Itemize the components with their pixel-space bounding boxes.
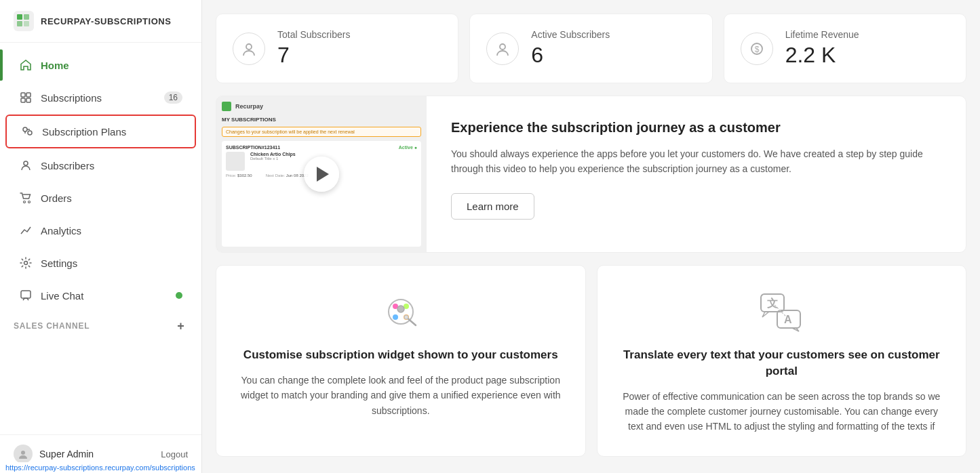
svg-point-26 (393, 314, 398, 320)
svg-rect-4 (24, 21, 29, 26)
widget-customise-title: Customise subscription widget shown to y… (243, 347, 558, 363)
sidebar-item-subscriptions-label: Subscriptions (41, 92, 102, 104)
total-subscribers-card: Total Subscribers 7 (216, 14, 458, 83)
home-icon (19, 58, 33, 72)
active-subscribers-icon (486, 33, 519, 65)
svg-point-16 (24, 262, 28, 265)
svg-rect-8 (26, 98, 31, 102)
svg-rect-3 (17, 21, 22, 26)
chat-icon (19, 289, 33, 302)
sidebar-item-home[interactable]: Home (5, 49, 196, 81)
sales-channel-section: SALES CHANNEL + (0, 312, 201, 340)
orders-icon (19, 191, 33, 205)
analytics-icon (19, 224, 33, 237)
sidebar-item-settings-label: Settings (41, 258, 77, 269)
settings-icon (19, 256, 33, 270)
logout-button[interactable]: Logout (161, 449, 188, 459)
lifetime-revenue-icon: $ (741, 33, 773, 65)
video-preview-inner: Recurpay MY SUBSCRIPTIONS Changes to you… (216, 96, 427, 252)
sidebar-item-orders-label: Orders (41, 192, 72, 204)
svg-point-19 (246, 44, 252, 49)
svg-point-10 (28, 131, 32, 135)
translate-description: Power of effective communication can be … (619, 389, 945, 434)
mock-alert: Changes to your subscription will be app… (222, 127, 421, 137)
translate-title: Translate every text that your customers… (619, 347, 945, 379)
svg-point-9 (23, 127, 27, 131)
sidebar-logo: RECURPAY-SUBSCRIPTIONS (0, 0, 201, 43)
svg-point-20 (500, 44, 505, 49)
video-title: Experience the subscription journey as a… (451, 118, 941, 137)
translate-card: 文 A Translate every text that your custo… (597, 265, 967, 457)
widget-customise-description: You can change the complete look and fee… (238, 373, 564, 418)
sidebar-item-live-chat[interactable]: Live Chat (5, 280, 196, 311)
video-preview: Recurpay MY SUBSCRIPTIONS Changes to you… (216, 96, 427, 252)
widget-customise-card: Customise subscription widget shown to y… (216, 265, 586, 457)
active-subscribers-value: 6 (531, 43, 610, 68)
svg-rect-6 (26, 93, 31, 97)
svg-point-13 (24, 161, 28, 165)
total-subscribers-value: 7 (277, 43, 350, 68)
video-content: Experience the subscription journey as a… (427, 96, 966, 252)
svg-rect-17 (21, 291, 31, 298)
sidebar-item-settings[interactable]: Settings (5, 247, 196, 279)
svg-rect-2 (24, 14, 29, 20)
recurpay-logo-icon (14, 11, 34, 31)
total-subscribers-info: Total Subscribers 7 (277, 29, 350, 68)
sales-channel-label: SALES CHANNEL (14, 321, 90, 331)
video-card: Recurpay MY SUBSCRIPTIONS Changes to you… (216, 96, 966, 253)
add-sales-channel-button[interactable]: + (174, 319, 188, 333)
total-subscribers-icon (233, 33, 265, 65)
active-subscribers-label: Active Subscribers (531, 29, 610, 40)
svg-point-15 (28, 201, 31, 203)
live-chat-dot (176, 292, 182, 299)
main-content: Total Subscribers 7 Active Subscribers 6… (202, 0, 980, 473)
svg-point-18 (21, 451, 25, 455)
video-play-button[interactable] (304, 157, 339, 192)
lifetime-revenue-label: Lifetime Revenue (785, 29, 859, 40)
svg-rect-5 (21, 93, 25, 97)
svg-point-14 (24, 201, 26, 203)
translate-icon: 文 A (760, 290, 803, 333)
svg-rect-1 (17, 14, 22, 20)
svg-rect-7 (21, 98, 25, 102)
sidebar-item-subscribers[interactable]: Subscribers (5, 150, 196, 181)
sidebar-nav: Home Subscriptions 16 (0, 43, 201, 434)
plans-icon (20, 125, 34, 138)
feature-row: Customise subscription widget shown to y… (216, 265, 966, 457)
avatar (14, 445, 33, 464)
subscriptions-icon (19, 91, 33, 104)
palette-icon (379, 290, 423, 333)
learn-more-button[interactable]: Learn more (451, 193, 534, 220)
svg-text:文: 文 (767, 297, 778, 309)
subscriptions-badge: 16 (164, 91, 182, 104)
subscribers-icon (19, 159, 33, 172)
lifetime-revenue-info: Lifetime Revenue 2.2 K (785, 29, 859, 68)
app-name: RECURPAY-SUBSCRIPTIONS (41, 16, 171, 26)
admin-name: Super Admin (39, 449, 154, 459)
mock-recurpay-label: Recurpay (235, 103, 263, 110)
mock-logo (222, 102, 231, 111)
total-subscribers-label: Total Subscribers (277, 29, 350, 40)
svg-text:$: $ (754, 44, 759, 54)
sidebar-item-orders[interactable]: Orders (5, 182, 196, 213)
sidebar-item-subscribers-label: Subscribers (41, 160, 94, 171)
lifetime-revenue-card: $ Lifetime Revenue 2.2 K (724, 14, 966, 83)
lifetime-revenue-value: 2.2 K (785, 43, 859, 68)
svg-rect-0 (14, 11, 34, 31)
sidebar-item-home-label: Home (41, 60, 69, 71)
svg-point-30 (404, 315, 408, 319)
sidebar-item-plans-label: Subscription Plans (42, 126, 126, 138)
sidebar-item-subscriptions[interactable]: Subscriptions 16 (5, 82, 196, 113)
svg-point-28 (397, 306, 404, 312)
sidebar: RECURPAY-SUBSCRIPTIONS Home Subscri (0, 0, 202, 473)
mock-title: MY SUBSCRIPTIONS (222, 117, 421, 123)
stats-row: Total Subscribers 7 Active Subscribers 6… (216, 14, 966, 83)
video-description: You should always experience the apps be… (451, 146, 941, 177)
active-subscribers-info: Active Subscribers 6 (531, 29, 610, 68)
active-subscribers-card: Active Subscribers 6 (469, 14, 712, 83)
sidebar-item-analytics-label: Analytics (41, 225, 81, 236)
sidebar-item-subscription-plans[interactable]: Subscription Plans (5, 115, 196, 148)
sidebar-item-analytics[interactable]: Analytics (5, 215, 196, 246)
status-url: https://recurpay-subscriptions.recurpay.… (0, 462, 201, 473)
sidebar-item-live-chat-label: Live Chat (41, 290, 83, 302)
